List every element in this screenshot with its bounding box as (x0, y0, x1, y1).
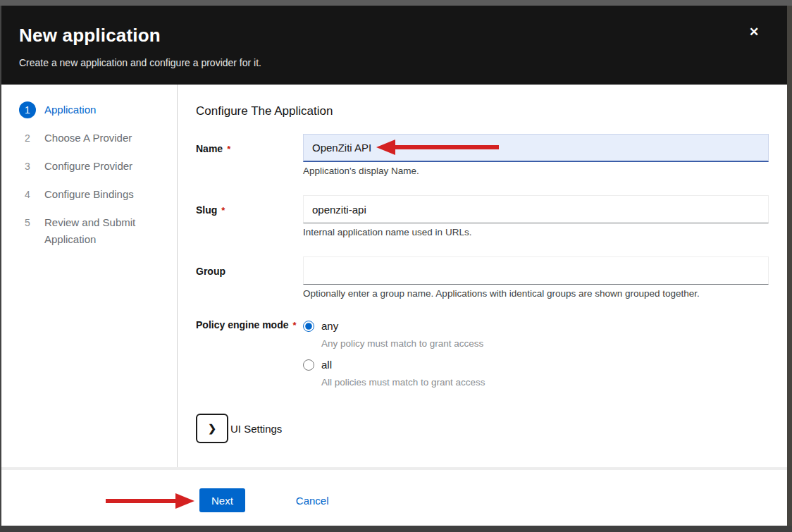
policy-mode-any-label[interactable]: any (321, 320, 338, 332)
page-backdrop-right (787, 6, 792, 532)
chevron-right-icon[interactable]: ❯ (196, 414, 228, 443)
next-button[interactable]: Next (199, 488, 245, 512)
name-label: Name* (196, 134, 303, 177)
modal-title: New application (19, 25, 769, 47)
policy-mode-all-option: all (303, 357, 769, 372)
policy-engine-mode-row: Policy engine mode* any Any policy must … (196, 318, 769, 388)
modal-subtitle: Create a new application and configure a… (19, 57, 769, 68)
step-label: Choose A Provider (44, 130, 132, 147)
required-asterisk: * (221, 205, 225, 216)
name-form-row: Name* Application's display Name. (196, 134, 769, 177)
step-label: Configure Bindings (44, 186, 134, 203)
policy-mode-any-radio[interactable] (303, 321, 314, 332)
cancel-button[interactable]: Cancel (296, 488, 329, 512)
policy-mode-all-radio[interactable] (303, 359, 314, 371)
step-number-badge: 1 (19, 101, 36, 118)
group-field[interactable] (303, 256, 769, 285)
name-helper-text: Application's display Name. (303, 165, 769, 177)
required-asterisk: * (227, 144, 230, 154)
policy-mode-all-label[interactable]: all (321, 359, 332, 371)
required-asterisk: * (292, 320, 296, 330)
slug-field[interactable] (303, 195, 769, 223)
wizard-step-configure-provider[interactable]: 3 Configure Provider (1, 152, 177, 180)
wizard-content: Configure The Application Name* Applicat… (178, 85, 787, 467)
group-label-text: Group (196, 266, 225, 277)
wizard-step-configure-bindings[interactable]: 4 Configure Bindings (1, 180, 177, 209)
modal-footer: Next Cancel (1, 470, 787, 526)
slug-label: Slug* (196, 195, 303, 238)
group-form-row: Group Optionally enter a group name. App… (196, 256, 769, 299)
policy-mode-any-option: any (303, 318, 769, 333)
wizard-step-review-submit[interactable]: 5 Review and Submit Application (1, 209, 177, 254)
new-application-modal: New application Create a new application… (1, 6, 787, 526)
slug-helper-text: Internal application name used in URLs. (303, 226, 769, 238)
slug-label-text: Slug (196, 204, 217, 216)
name-field[interactable] (303, 134, 769, 162)
policy-mode-all-description: All policies must match to grant access (321, 376, 769, 388)
step-label: Application (44, 101, 96, 118)
step-number-badge: 4 (19, 186, 36, 203)
page-backdrop-top (0, 0, 792, 6)
group-helper-text: Optionally enter a group name. Applicati… (303, 287, 769, 299)
modal-header: New application Create a new application… (1, 6, 787, 85)
step-label: Configure Provider (44, 158, 132, 175)
ui-settings-label: UI Settings (230, 423, 282, 435)
policy-mode-any-description: Any policy must match to grant access (321, 338, 769, 349)
wizard-step-choose-provider[interactable]: 2 Choose A Provider (1, 124, 177, 152)
step-label: Review and Submit Application (44, 214, 157, 248)
ui-settings-section: ❯ UI Settings (196, 414, 769, 443)
step-number-badge: 5 (19, 214, 36, 231)
slug-form-row: Slug* Internal application name used in … (196, 195, 769, 238)
group-label: Group (196, 256, 303, 299)
page-backdrop-bottom (0, 526, 792, 532)
step-number-badge: 2 (19, 130, 36, 147)
wizard-step-application[interactable]: 1 Application (1, 96, 177, 124)
page-title: Configure The Application (196, 104, 769, 118)
name-label-text: Name (196, 143, 223, 154)
policy-engine-mode-label: Policy engine mode* (196, 318, 303, 388)
step-number-badge: 3 (19, 158, 36, 175)
policy-engine-mode-label-text: Policy engine mode (196, 319, 288, 330)
wizard-steps-sidebar: 1 Application 2 Choose A Provider 3 Conf… (1, 85, 177, 526)
close-icon[interactable]: ✕ (744, 23, 764, 42)
